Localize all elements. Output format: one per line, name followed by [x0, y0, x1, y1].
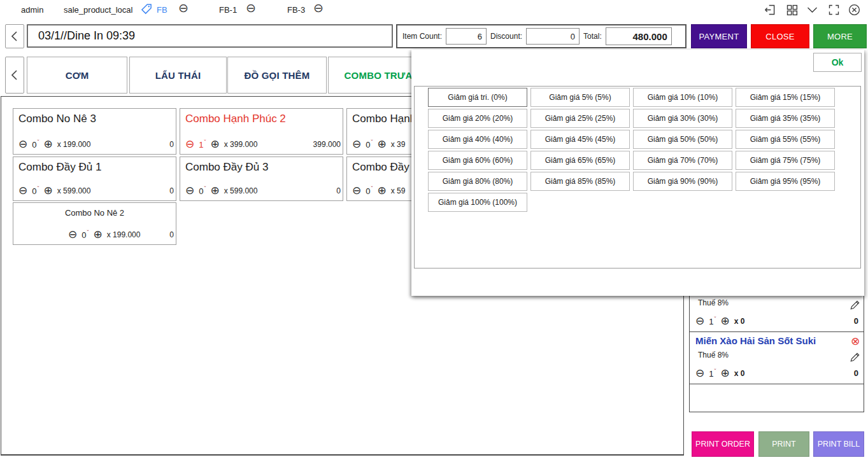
discount-option-20[interactable]: Giảm giá 20% (20%) [428, 109, 527, 128]
discount-option-30[interactable]: Giảm giá 30% (30%) [633, 109, 732, 128]
discount-option-95[interactable]: Giảm giá 95% (95%) [736, 172, 835, 191]
discount-option-90[interactable]: Giảm giá 90% (90%) [633, 172, 732, 191]
more-button[interactable]: MORE [813, 24, 867, 48]
item-count-label: Item Count: [402, 32, 442, 41]
discount-option-35[interactable]: Giảm giá 35% (35%) [736, 109, 835, 128]
tax-label: Thuế 8% [698, 298, 729, 307]
discount-option-5[interactable]: Giảm giá 5% (5%) [530, 88, 630, 107]
product-card-combo-hanh-phuc-2[interactable]: Combo Hạnh Phúc 2 ⊖ 1ˇ ⊕ x 399.000 399.0… [180, 108, 343, 155]
discount-option-60[interactable]: Giảm giá 60% (60%) [428, 151, 527, 170]
product-card-combo-no-ne-3[interactable]: Combo No Nê 3 ⊖ 0ˇ ⊕ x 199.000 0 [13, 108, 176, 155]
plus-icon[interactable]: ⊕ [377, 139, 386, 150]
fullscreen-icon[interactable] [827, 3, 841, 17]
tab-com[interactable]: CƠM [27, 57, 127, 94]
minus-icon[interactable]: ⊖ [68, 229, 77, 240]
discount-options-grid: Giảm giá tri. (0%) Giảm giá 5% (5%) Giảm… [414, 86, 861, 268]
remove-item-icon[interactable]: ⊗ [851, 336, 860, 347]
discount-option-40[interactable]: Giảm giá 40% (40%) [428, 130, 527, 149]
order-title-field[interactable]: 03/1//Dine In 09:39 [27, 24, 393, 48]
line-amount: 0 [169, 140, 174, 149]
plus-icon[interactable]: ⊕ [43, 185, 52, 196]
qty-caret-icon: ˇ [714, 316, 716, 322]
close-order-button[interactable]: CLOSE [751, 24, 809, 48]
minus-icon[interactable]: ⊖ [18, 185, 27, 196]
chevron-down-icon[interactable] [806, 3, 819, 17]
tab-fb-3[interactable]: FB-3 [287, 5, 305, 15]
order-item-name: Miến Xào Hải Sản Sốt Suki [695, 335, 816, 346]
minus-icon[interactable]: ⊖ [185, 185, 194, 196]
quantity-value[interactable]: 1ˇ [199, 139, 206, 150]
total-label: Total: [583, 32, 602, 41]
logout-icon[interactable] [764, 3, 777, 17]
print-bill-button[interactable]: PRINT BILL [813, 431, 864, 457]
pos-screen: admin sale_product_local FB ⊖ FB-1 ⊖ FB-… [0, 0, 868, 460]
payment-button[interactable]: PAYMENT [691, 24, 747, 48]
discount-option-10[interactable]: Giảm giá 10% (10%) [633, 88, 732, 107]
close-tab-fb-1-icon[interactable]: ⊖ [246, 1, 256, 15]
discount-field[interactable]: 0 [526, 28, 580, 45]
product-card-combo-day-du-1[interactable]: Combo Đầy Đủ 1 ⊖ 0ˇ ⊕ x 599.000 0 [13, 157, 176, 201]
quantity-value[interactable]: 1ˇ [709, 316, 716, 326]
logged-in-user: admin [21, 5, 43, 15]
qty-caret-icon: ˇ [204, 185, 206, 192]
tab-fb[interactable]: FB [157, 5, 167, 15]
line-amount: 0 [169, 230, 174, 239]
edit-pencil-icon[interactable] [850, 299, 861, 310]
quantity-value[interactable]: 0ˇ [366, 185, 373, 196]
plus-icon[interactable]: ⊕ [93, 229, 102, 240]
back-button[interactable] [5, 24, 24, 48]
minus-icon[interactable]: ⊖ [352, 185, 361, 196]
product-name: Combo Hạnh Phúc 2 [180, 109, 343, 125]
quantity-value[interactable]: 0ˇ [32, 139, 39, 150]
discount-option-0[interactable]: Giảm giá tri. (0%) [428, 88, 527, 107]
tab-fb-1[interactable]: FB-1 [219, 5, 237, 15]
discount-option-45[interactable]: Giảm giá 45% (45%) [530, 130, 630, 149]
edit-pencil-icon[interactable] [850, 351, 861, 363]
discount-option-85[interactable]: Giảm giá 85% (85%) [530, 172, 630, 191]
minus-icon[interactable]: ⊖ [185, 139, 194, 150]
plus-icon[interactable]: ⊕ [210, 185, 219, 196]
discount-option-70[interactable]: Giảm giá 70% (70%) [633, 151, 732, 170]
minus-icon[interactable]: ⊖ [695, 368, 704, 379]
quantity-value[interactable]: 0ˇ [32, 185, 39, 196]
unit-price: x 399.000 [224, 140, 258, 149]
discount-option-50[interactable]: Giảm giá 50% (50%) [633, 130, 732, 149]
print-button[interactable]: PRINT [758, 431, 809, 457]
close-tab-fb-icon[interactable]: ⊖ [178, 1, 189, 15]
minus-icon[interactable]: ⊖ [352, 139, 361, 150]
discount-option-80[interactable]: Giảm giá 80% (80%) [428, 172, 527, 191]
categories-back-button[interactable] [5, 57, 24, 94]
discount-option-100[interactable]: Giảm giá 100% (100%) [428, 193, 527, 212]
discount-option-15[interactable]: Giảm giá 15% (15%) [736, 88, 835, 107]
close-window-icon[interactable] [848, 3, 861, 17]
discount-option-25[interactable]: Giảm giá 25% (25%) [530, 109, 630, 128]
product-card-combo-no-ne-2[interactable]: Combo No Nê 2 ⊖ 0ˇ ⊕ x 199.000 0 [13, 202, 176, 245]
item-divider [690, 331, 864, 332]
apps-grid-icon[interactable] [785, 3, 799, 17]
print-order-button[interactable]: PRINT ORDER [692, 431, 754, 457]
quantity-value[interactable]: 0ˇ [82, 229, 89, 240]
plus-icon[interactable]: ⊕ [377, 185, 386, 196]
total-field[interactable]: 480.000 [606, 27, 672, 45]
plus-icon[interactable]: ⊕ [720, 316, 729, 326]
discount-option-55[interactable]: Giảm giá 55% (55%) [736, 130, 835, 149]
quantity-value[interactable]: 0ˇ [199, 185, 206, 196]
discount-option-75[interactable]: Giảm giá 75% (75%) [736, 151, 835, 170]
minus-icon[interactable]: ⊖ [18, 139, 27, 150]
item-count-field[interactable]: 6 [446, 28, 487, 45]
product-card-combo-day-du-3[interactable]: Combo Đầy Đủ 3 ⊖ 0ˇ ⊕ x 599.000 0 [180, 157, 343, 201]
plus-icon[interactable]: ⊕ [210, 139, 219, 150]
close-tab-fb-3-icon[interactable]: ⊖ [313, 1, 324, 15]
tab-do-goi-them[interactable]: ĐỒ GỌI THÊM [227, 57, 327, 94]
qty-caret-icon: ˇ [204, 139, 206, 145]
unit-price: x 39 [391, 140, 406, 149]
minus-icon[interactable]: ⊖ [695, 316, 704, 326]
plus-icon[interactable]: ⊕ [43, 139, 52, 150]
quantity-value[interactable]: 1ˇ [709, 368, 716, 379]
line-amount: 0 [828, 316, 858, 326]
plus-icon[interactable]: ⊕ [720, 368, 729, 379]
discount-option-65[interactable]: Giảm giá 65% (65%) [530, 151, 630, 170]
ok-button[interactable]: Ok [813, 53, 862, 72]
quantity-value[interactable]: 0ˇ [366, 139, 373, 150]
tab-lau-thai[interactable]: LẨU THÁI [129, 57, 227, 94]
